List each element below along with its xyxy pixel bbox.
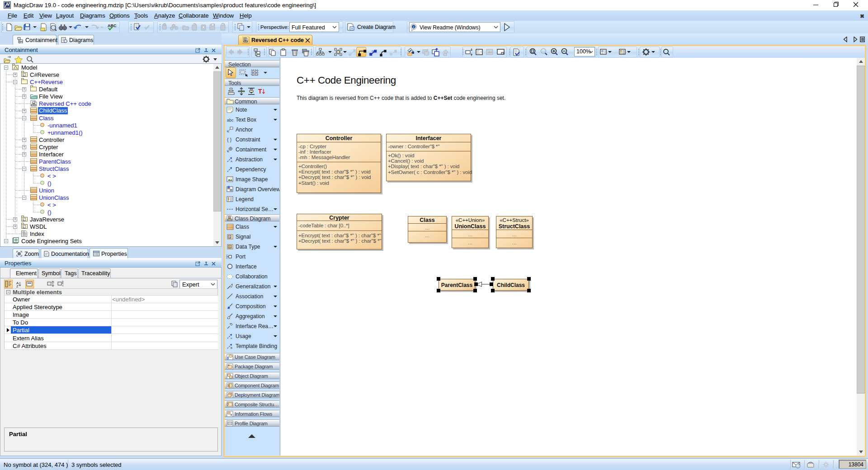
svg-text:1:1: 1:1 xyxy=(542,50,546,53)
svg-text:Z: Z xyxy=(16,284,19,288)
svg-text:Create Diagram: Create Diagram xyxy=(357,24,396,30)
svg-text:T: T xyxy=(258,88,262,95)
svg-text:{ }: { } xyxy=(227,137,232,142)
svg-text:S: S xyxy=(229,236,231,239)
svg-text:A: A xyxy=(231,160,232,163)
svg-text:D: D xyxy=(229,246,231,249)
svg-text:u: u xyxy=(231,337,232,339)
svg-text:+: + xyxy=(351,27,353,31)
svg-text:Perspective:: Perspective: xyxy=(260,24,289,30)
svg-text:B: B xyxy=(231,347,232,349)
svg-text:i: i xyxy=(797,464,798,468)
svg-text:abc: abc xyxy=(227,118,234,122)
